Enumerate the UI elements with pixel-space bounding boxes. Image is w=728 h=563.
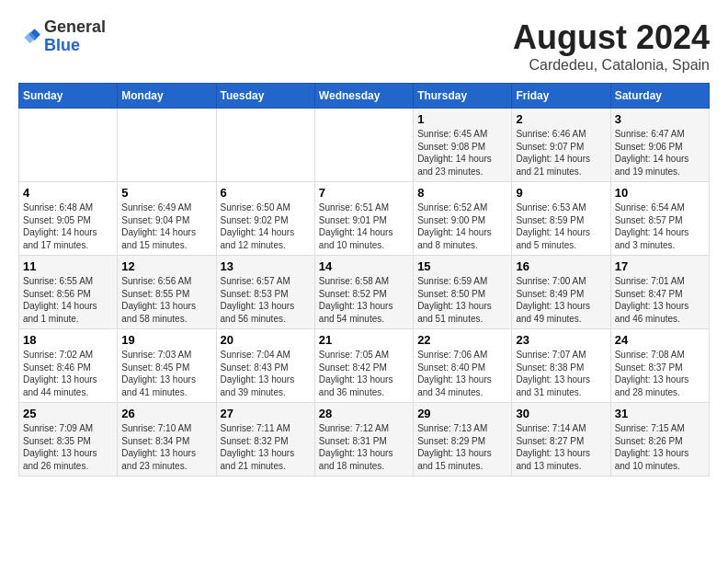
cell-content: Sunrise: 7:01 AM Sunset: 8:47 PM Dayligh…: [615, 275, 705, 325]
calendar-cell: 10Sunrise: 6:54 AM Sunset: 8:57 PM Dayli…: [610, 182, 709, 256]
cell-content: Sunrise: 6:57 AM Sunset: 8:53 PM Dayligh…: [221, 275, 311, 325]
calendar-cell: 4Sunrise: 6:48 AM Sunset: 9:05 PM Daylig…: [19, 182, 118, 256]
cell-content: Sunrise: 6:48 AM Sunset: 9:05 PM Dayligh…: [23, 201, 113, 251]
calendar-cell: 23Sunrise: 7:07 AM Sunset: 8:38 PM Dayli…: [512, 329, 610, 403]
header-day: Thursday: [414, 84, 512, 109]
calendar-week-row: 18Sunrise: 7:02 AM Sunset: 8:46 PM Dayli…: [19, 329, 710, 403]
calendar-cell: 2Sunrise: 6:46 AM Sunset: 9:07 PM Daylig…: [512, 109, 610, 182]
day-number: 25: [23, 407, 113, 420]
day-number: 28: [319, 407, 409, 420]
cell-content: Sunrise: 6:59 AM Sunset: 8:50 PM Dayligh…: [417, 275, 507, 325]
calendar-cell: 7Sunrise: 6:51 AM Sunset: 9:01 PM Daylig…: [314, 182, 413, 256]
cell-content: Sunrise: 6:49 AM Sunset: 9:04 PM Dayligh…: [121, 201, 211, 251]
cell-content: Sunrise: 6:47 AM Sunset: 9:06 PM Dayligh…: [615, 128, 705, 178]
calendar-cell: [314, 109, 413, 182]
calendar-body: 1Sunrise: 6:45 AM Sunset: 9:08 PM Daylig…: [19, 109, 710, 477]
logo-text: General Blue: [44, 18, 106, 55]
day-number: 6: [221, 186, 311, 200]
day-number: 31: [615, 407, 705, 420]
header-day: Saturday: [610, 84, 709, 109]
day-number: 26: [121, 407, 211, 420]
header-day: Wednesday: [314, 84, 413, 109]
calendar-cell: 11Sunrise: 6:55 AM Sunset: 8:56 PM Dayli…: [19, 256, 118, 329]
cell-content: Sunrise: 6:51 AM Sunset: 9:01 PM Dayligh…: [319, 201, 409, 251]
calendar-cell: 16Sunrise: 7:00 AM Sunset: 8:49 PM Dayli…: [512, 256, 610, 329]
day-number: 16: [516, 259, 606, 273]
calendar-week-row: 11Sunrise: 6:55 AM Sunset: 8:56 PM Dayli…: [19, 256, 710, 329]
calendar-cell: 22Sunrise: 7:06 AM Sunset: 8:40 PM Dayli…: [414, 329, 512, 403]
calendar-cell: [118, 109, 216, 182]
calendar-cell: 14Sunrise: 6:58 AM Sunset: 8:52 PM Dayli…: [314, 256, 413, 329]
day-number: 20: [221, 333, 311, 347]
header-day: Tuesday: [216, 84, 314, 109]
calendar-cell: 28Sunrise: 7:12 AM Sunset: 8:31 PM Dayli…: [314, 403, 413, 477]
day-number: 21: [319, 333, 409, 347]
header-day: Friday: [512, 84, 610, 109]
day-number: 24: [615, 333, 705, 347]
header-day: Monday: [118, 84, 216, 109]
cell-content: Sunrise: 7:12 AM Sunset: 8:31 PM Dayligh…: [319, 422, 409, 472]
cell-content: Sunrise: 7:10 AM Sunset: 8:34 PM Dayligh…: [121, 422, 211, 472]
title-area: August 2024 Cardedeu, Catalonia, Spain: [513, 18, 710, 74]
calendar-cell: 20Sunrise: 7:04 AM Sunset: 8:43 PM Dayli…: [216, 329, 314, 403]
day-number: 27: [221, 407, 311, 420]
calendar-cell: 19Sunrise: 7:03 AM Sunset: 8:45 PM Dayli…: [118, 329, 216, 403]
calendar-cell: 30Sunrise: 7:14 AM Sunset: 8:27 PM Dayli…: [512, 403, 610, 477]
cell-content: Sunrise: 7:05 AM Sunset: 8:42 PM Dayligh…: [319, 349, 409, 398]
cell-content: Sunrise: 6:58 AM Sunset: 8:52 PM Dayligh…: [319, 275, 409, 325]
day-number: 23: [516, 333, 606, 347]
main-title: August 2024: [513, 18, 710, 57]
calendar-cell: 5Sunrise: 6:49 AM Sunset: 9:04 PM Daylig…: [118, 182, 216, 256]
day-number: 15: [417, 259, 507, 273]
cell-content: Sunrise: 7:11 AM Sunset: 8:32 PM Dayligh…: [221, 422, 311, 472]
day-number: 18: [23, 333, 113, 347]
calendar-cell: 12Sunrise: 6:56 AM Sunset: 8:55 PM Dayli…: [118, 256, 216, 329]
cell-content: Sunrise: 6:56 AM Sunset: 8:55 PM Dayligh…: [121, 275, 211, 325]
cell-content: Sunrise: 6:46 AM Sunset: 9:07 PM Dayligh…: [516, 128, 606, 178]
cell-content: Sunrise: 6:55 AM Sunset: 8:56 PM Dayligh…: [23, 275, 113, 325]
day-number: 10: [615, 186, 705, 200]
logo: General Blue: [18, 18, 106, 55]
cell-content: Sunrise: 6:45 AM Sunset: 9:08 PM Dayligh…: [417, 128, 507, 178]
cell-content: Sunrise: 6:53 AM Sunset: 8:59 PM Dayligh…: [516, 201, 606, 251]
header: General Blue August 2024 Cardedeu, Catal…: [18, 18, 710, 74]
logo-general: General: [44, 18, 106, 37]
calendar-cell: 17Sunrise: 7:01 AM Sunset: 8:47 PM Dayli…: [610, 256, 709, 329]
calendar-cell: 18Sunrise: 7:02 AM Sunset: 8:46 PM Dayli…: [19, 329, 118, 403]
cell-content: Sunrise: 7:14 AM Sunset: 8:27 PM Dayligh…: [516, 422, 606, 472]
day-number: 3: [615, 112, 705, 126]
cell-content: Sunrise: 7:09 AM Sunset: 8:35 PM Dayligh…: [23, 422, 113, 472]
day-number: 29: [417, 407, 507, 420]
cell-content: Sunrise: 6:50 AM Sunset: 9:02 PM Dayligh…: [221, 201, 311, 251]
day-number: 12: [121, 259, 211, 273]
cell-content: Sunrise: 7:02 AM Sunset: 8:46 PM Dayligh…: [23, 349, 113, 398]
cell-content: Sunrise: 6:54 AM Sunset: 8:57 PM Dayligh…: [615, 201, 705, 251]
calendar-cell: 1Sunrise: 6:45 AM Sunset: 9:08 PM Daylig…: [414, 109, 512, 182]
day-number: 13: [221, 259, 311, 273]
calendar-cell: 6Sunrise: 6:50 AM Sunset: 9:02 PM Daylig…: [216, 182, 314, 256]
header-day: Sunday: [19, 84, 118, 109]
calendar-week-row: 4Sunrise: 6:48 AM Sunset: 9:05 PM Daylig…: [19, 182, 710, 256]
calendar-cell: 27Sunrise: 7:11 AM Sunset: 8:32 PM Dayli…: [216, 403, 314, 477]
day-number: 2: [516, 112, 606, 126]
calendar-week-row: 1Sunrise: 6:45 AM Sunset: 9:08 PM Daylig…: [19, 109, 710, 182]
day-number: 22: [417, 333, 507, 347]
calendar-cell: 3Sunrise: 6:47 AM Sunset: 9:06 PM Daylig…: [610, 109, 709, 182]
day-number: 7: [319, 186, 409, 200]
calendar-cell: 8Sunrise: 6:52 AM Sunset: 9:00 PM Daylig…: [414, 182, 512, 256]
day-number: 30: [516, 407, 606, 420]
day-number: 1: [417, 112, 507, 126]
cell-content: Sunrise: 6:52 AM Sunset: 9:00 PM Dayligh…: [417, 201, 507, 251]
calendar-cell: 9Sunrise: 6:53 AM Sunset: 8:59 PM Daylig…: [512, 182, 610, 256]
calendar-cell: 21Sunrise: 7:05 AM Sunset: 8:42 PM Dayli…: [314, 329, 413, 403]
cell-content: Sunrise: 7:06 AM Sunset: 8:40 PM Dayligh…: [417, 349, 507, 398]
cell-content: Sunrise: 7:00 AM Sunset: 8:49 PM Dayligh…: [516, 275, 606, 325]
cell-content: Sunrise: 7:07 AM Sunset: 8:38 PM Dayligh…: [516, 349, 606, 398]
calendar-week-row: 25Sunrise: 7:09 AM Sunset: 8:35 PM Dayli…: [19, 403, 710, 477]
calendar-cell: [216, 109, 314, 182]
cell-content: Sunrise: 7:13 AM Sunset: 8:29 PM Dayligh…: [417, 422, 507, 472]
calendar-cell: 31Sunrise: 7:15 AM Sunset: 8:26 PM Dayli…: [610, 403, 709, 477]
header-row: SundayMondayTuesdayWednesdayThursdayFrid…: [19, 84, 710, 109]
day-number: 11: [23, 259, 113, 273]
cell-content: Sunrise: 7:04 AM Sunset: 8:43 PM Dayligh…: [221, 349, 311, 398]
